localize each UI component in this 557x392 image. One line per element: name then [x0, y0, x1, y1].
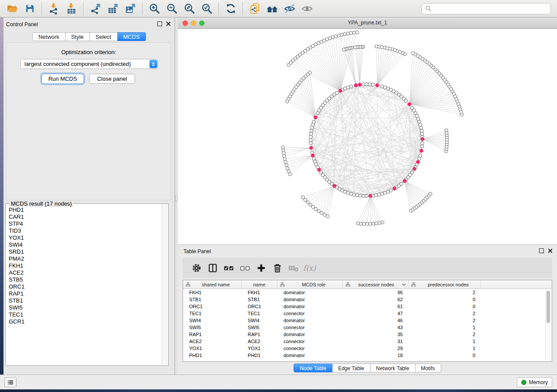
tab-style[interactable]: Style [66, 32, 90, 41]
table-cell[interactable]: RAP1 [242, 332, 277, 337]
add-column-button[interactable] [253, 260, 269, 276]
table-cell[interactable]: connector [277, 311, 343, 316]
table-cell[interactable]: 18 [343, 353, 408, 358]
table-cell[interactable]: 61 [343, 304, 408, 309]
mcds-result-item[interactable]: RAP1 [9, 290, 168, 297]
show-all-button[interactable] [298, 1, 316, 16]
tab-node-table[interactable]: Node Table [294, 364, 332, 372]
zoom-selected-button[interactable] [198, 1, 215, 16]
mcds-result-item[interactable]: YOX1 [9, 234, 168, 241]
table-scrollbar-thumb[interactable] [547, 291, 550, 323]
table-cell[interactable]: dominator [277, 304, 343, 309]
table-row[interactable]: SWI4SWI4dominator462 [183, 317, 552, 324]
table-cell[interactable]: 1 [408, 346, 481, 351]
table-cell[interactable]: 0 [408, 304, 481, 309]
table-cell[interactable]: FKH1 [242, 290, 277, 295]
table-cell[interactable]: 2 [408, 290, 481, 295]
tab-motifs[interactable]: Motifs [415, 364, 441, 372]
control-panel-float-icon[interactable] [157, 21, 162, 26]
table-row[interactable]: TEC1TEC1connector472 [183, 310, 552, 317]
criterion-dropdown[interactable]: largest connected component (undirected) [20, 59, 158, 69]
delete-columns-button[interactable] [269, 260, 285, 276]
table-panel-float-icon[interactable] [539, 248, 544, 253]
mcds-result-item[interactable]: SWI5 [9, 304, 168, 311]
save-session-button[interactable] [21, 1, 38, 16]
mcds-result-item[interactable]: SWI4 [9, 241, 168, 248]
table-cell[interactable]: ORC1 [242, 304, 277, 309]
column-header-MCDS-role[interactable]: MCDS role [277, 280, 343, 289]
table-cell[interactable]: dominator [277, 297, 343, 302]
table-cell[interactable]: 47 [343, 311, 408, 316]
table-cell[interactable]: FKH1 [183, 290, 242, 295]
mcds-result-item[interactable]: ACE2 [9, 269, 168, 276]
table-cell[interactable]: connector [277, 346, 343, 351]
table-cell[interactable]: ACE2 [183, 339, 242, 344]
tab-edge-table[interactable]: Edge Table [332, 364, 370, 372]
table-cell[interactable]: YOX1 [183, 346, 242, 351]
close-panel-button[interactable]: Close panel [89, 74, 135, 84]
table-cell[interactable]: 96 [343, 290, 408, 295]
mcds-result-item[interactable]: GCR1 [9, 318, 168, 325]
table-cell[interactable]: PHD1 [242, 353, 277, 358]
table-cell[interactable]: ACE2 [242, 339, 277, 344]
network-canvas-svg[interactable] [178, 29, 557, 244]
mcds-result-item[interactable]: FKH1 [9, 262, 168, 269]
memory-button[interactable]: Memory [517, 377, 552, 387]
mcds-result-item[interactable]: TID3 [9, 227, 168, 234]
mcds-result-item[interactable]: SRD1 [9, 248, 168, 255]
show-columns-button[interactable] [204, 260, 221, 276]
table-scrollbar[interactable] [545, 289, 551, 361]
mcds-result-item[interactable]: TEC1 [9, 311, 168, 318]
table-row[interactable]: ORC1ORC1dominator610 [183, 303, 552, 310]
table-cell[interactable]: 0 [408, 353, 481, 358]
export-image-button[interactable] [121, 1, 139, 16]
mcds-result-item[interactable]: STB5 [9, 276, 168, 283]
mcds-result-item[interactable]: PHD1 [9, 206, 168, 213]
panel-splitter[interactable] [175, 17, 178, 375]
table-cell[interactable]: 0 [408, 297, 481, 302]
table-cell[interactable]: SWI5 [183, 325, 242, 330]
table-cell[interactable]: SWI4 [183, 318, 242, 323]
table-cell[interactable]: STB1 [242, 297, 277, 302]
table-cell[interactable]: 35 [343, 332, 408, 337]
network-window-titlebar[interactable]: YPA_prune.txt_1 [178, 17, 557, 29]
mcds-result-item[interactable]: PMA2 [9, 255, 168, 262]
mcds-result-item[interactable]: STP4 [9, 220, 168, 227]
table-row[interactable]: SWI5SWI5connector431 [183, 324, 552, 331]
zoom-fit-button[interactable] [180, 1, 198, 16]
hide-selected-button[interactable] [281, 1, 298, 16]
table-row[interactable]: ACE2ACE2connector311 [183, 338, 552, 345]
select-all-rows-button[interactable] [221, 260, 237, 276]
table-cell[interactable]: connector [277, 325, 343, 330]
table-cell[interactable]: 43 [343, 325, 408, 330]
table-cell[interactable]: SWI4 [242, 318, 277, 323]
table-row[interactable]: RAP1RAP1dominator352 [183, 331, 552, 338]
open-session-button[interactable] [3, 1, 21, 16]
tab-select[interactable]: Select [90, 32, 118, 41]
table-cell[interactable]: TEC1 [183, 311, 242, 316]
table-row[interactable]: STB1STB1dominator620 [183, 296, 552, 303]
splitter-handle[interactable] [175, 196, 177, 201]
table-cell[interactable]: 2 [408, 311, 481, 316]
table-row[interactable]: PHD1PHD1dominator180 [183, 352, 552, 359]
column-header-successor-nodes[interactable]: successor nodes [343, 280, 408, 289]
table-cell[interactable]: connector [277, 339, 343, 344]
table-row[interactable]: YOX1YOX1connector291 [183, 345, 552, 352]
mcds-result-item[interactable]: CAR1 [9, 213, 168, 220]
table-panel-close-icon[interactable] [548, 248, 553, 253]
table-cell[interactable]: 46 [343, 318, 408, 323]
refresh-view-button[interactable] [222, 1, 239, 16]
table-cell[interactable]: dominator [277, 290, 343, 295]
import-table-button[interactable] [62, 1, 80, 16]
column-settings-button[interactable] [188, 260, 204, 276]
table-cell[interactable]: dominator [277, 318, 343, 323]
zoom-in-button[interactable] [145, 1, 163, 16]
zoom-out-button[interactable] [163, 1, 180, 16]
table-cell[interactable]: 2 [408, 318, 481, 323]
tab-network[interactable]: Network [32, 32, 66, 41]
table-cell[interactable]: SWI5 [242, 325, 277, 330]
tab-network-table[interactable]: Network Table [370, 364, 415, 372]
column-header-predecessor-nodes[interactable]: predecessor nodes [408, 280, 481, 289]
table-cell[interactable]: PHD1 [183, 353, 242, 358]
table-cell[interactable]: STB1 [183, 297, 242, 302]
